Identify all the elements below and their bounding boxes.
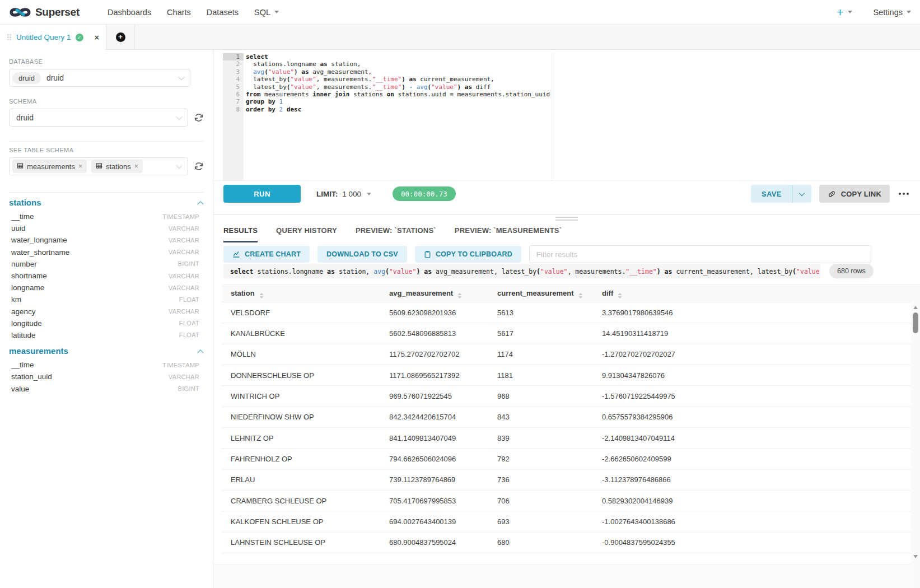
table-name-link[interactable]: stations: [9, 198, 41, 207]
table-row: NIEDERFINOW SHW OP842.34244206157048430.…: [222, 407, 920, 427]
tab-query-history[interactable]: QUERY HISTORY: [276, 220, 337, 242]
column-type: VARCHAR: [169, 249, 199, 255]
column-row: valueBIGINT: [0, 382, 213, 394]
column-row: water_longnameVARCHAR: [0, 234, 213, 246]
sql-lab-sidebar: DATABASE druid druid SCHEMA druid: [0, 50, 213, 588]
table-row: WINTRICH OP969.576071922545968-1.5760719…: [222, 386, 920, 407]
download-to-csv-button[interactable]: DOWNLOAD TO CSV: [317, 246, 407, 263]
remove-tag-icon[interactable]: ×: [78, 162, 82, 170]
table-cell: 1181: [488, 365, 593, 386]
table-tag-measurements[interactable]: measurements×: [12, 160, 87, 173]
save-button[interactable]: SAVE: [751, 185, 793, 203]
action-button-label: DOWNLOAD TO CSV: [326, 250, 398, 258]
table-tag-stations[interactable]: stations×: [91, 160, 143, 173]
column-row: longnameVARCHAR: [0, 282, 213, 293]
column-name: longname: [11, 283, 44, 292]
column-header-station[interactable]: station: [222, 285, 380, 302]
column-header-avg_measurement[interactable]: avg_measurement: [380, 285, 488, 302]
create-chart-button[interactable]: CREATE CHART: [223, 246, 310, 263]
table-cell: 5617: [488, 323, 593, 344]
sort-icon[interactable]: [578, 293, 583, 298]
sort-icon[interactable]: [457, 293, 462, 298]
code-line: from measurements inner join stations on…: [246, 91, 920, 98]
new-item-button[interactable]: +: [837, 6, 852, 18]
tab-preview-measurements-[interactable]: PREVIEW: `MEASUREMENTS`: [455, 220, 562, 242]
table-cell: 794.6626506024096: [380, 449, 488, 469]
table-schema-select[interactable]: measurements×stations×: [9, 157, 188, 175]
copy-link-button[interactable]: COPY LINK: [819, 185, 890, 203]
table-cell: 706: [488, 491, 593, 511]
table-cell: 5613: [488, 302, 593, 323]
table-cell: KALKOFEN SCHLEUSE OP: [222, 511, 380, 532]
table-cell: -2.662650602409599: [593, 449, 920, 469]
nav-menu: DashboardsChartsDatasetsSQL: [108, 8, 279, 17]
tab-results[interactable]: RESULTS: [223, 220, 258, 242]
new-query-tab[interactable]: +: [106, 25, 135, 49]
refresh-tables-icon[interactable]: [194, 161, 204, 171]
scrollbar-thumb[interactable]: [913, 312, 918, 333]
column-type: BIGINT: [178, 385, 199, 392]
results-scrollbar[interactable]: [911, 302, 920, 588]
table-cell: 739.1123789764869: [380, 469, 488, 490]
column-header-current_measurement[interactable]: current_measurement: [488, 285, 593, 302]
table-cell: 680.9004837595024: [380, 532, 488, 553]
save-dropdown-button[interactable]: [793, 185, 811, 203]
tab-untitled-query[interactable]: Untitled Query 1 ✓ ×: [0, 25, 106, 50]
line-number: 2: [223, 60, 244, 68]
save-split-button: SAVE: [751, 185, 811, 203]
column-header-diff[interactable]: diff: [593, 285, 920, 302]
editor-code[interactable]: select stations.longname as station, avg…: [246, 53, 920, 180]
table-icon: [96, 162, 102, 171]
editor-toolbar: RUN LIMIT: 1 000 00:00:00.73 SAVE: [213, 180, 920, 215]
filter-results-input[interactable]: [529, 245, 871, 263]
copy-to-clipboard-button[interactable]: COPY TO CLIPBOARD: [415, 246, 521, 263]
run-button[interactable]: RUN: [223, 185, 301, 203]
column-row: station_uuidVARCHAR: [0, 371, 213, 382]
nav-item-label: SQL: [254, 8, 270, 17]
chevron-up-icon[interactable]: [197, 349, 203, 356]
nav-item-datasets[interactable]: Datasets: [207, 8, 239, 17]
sql-editor-panel: 12345678 select stations.longname as sta…: [213, 50, 920, 588]
code-line: stations.longname as station,: [246, 60, 920, 68]
results-table-head: stationavg_measurementcurrent_measuremen…: [222, 285, 920, 302]
chevron-down-icon: [367, 193, 371, 198]
column-type: FLOAT: [179, 332, 199, 338]
column-row: longitudeFLOAT: [0, 318, 213, 329]
more-options-button[interactable]: [898, 185, 910, 203]
nav-item-dashboards[interactable]: Dashboards: [108, 8, 151, 17]
limit-dropdown[interactable]: LIMIT: 1 000: [316, 185, 371, 203]
nav-item-charts[interactable]: Charts: [167, 8, 191, 17]
see-table-schema-label: SEE TABLE SCHEMA: [9, 147, 204, 153]
remove-tag-icon[interactable]: ×: [134, 162, 138, 170]
table-cell: -0.9004837595024355: [593, 532, 920, 553]
chevron-up-icon[interactable]: [197, 201, 203, 207]
database-label: DATABASE: [9, 58, 204, 65]
sort-icon[interactable]: [259, 293, 264, 298]
scroll-up-arrow-icon[interactable]: [913, 306, 918, 309]
column-row: __timeTIMESTAMP: [0, 211, 213, 222]
database-engine-tag: druid: [12, 72, 41, 84]
table-name-link[interactable]: measurements: [9, 346, 68, 356]
results-pane-footer: [213, 564, 911, 588]
column-name: water_longname: [11, 236, 67, 244]
sql-code-editor[interactable]: 12345678 select stations.longname as sta…: [213, 53, 920, 180]
superset-logo[interactable]: Superset: [9, 5, 80, 20]
table-cell: -1.5760719225449975: [593, 386, 920, 407]
table-cell: LAHNSTEIN SCHLEUSE OP: [222, 532, 380, 553]
schema-select[interactable]: druid: [9, 109, 188, 127]
database-value: druid: [46, 73, 64, 82]
table-cell: -1.0027643400138686: [593, 511, 920, 532]
settings-label: Settings: [874, 8, 903, 17]
nav-item-label: Charts: [167, 8, 191, 17]
column-row: kmFLOAT: [0, 293, 213, 305]
scroll-down-arrow-icon[interactable]: [913, 555, 918, 558]
nav-item-sql[interactable]: SQL: [254, 8, 279, 17]
sort-icon[interactable]: [618, 293, 622, 298]
settings-menu[interactable]: Settings: [874, 8, 911, 17]
tab-preview-stations-[interactable]: PREVIEW: `STATIONS`: [356, 220, 436, 242]
close-tab-icon[interactable]: ×: [95, 33, 99, 42]
refresh-schema-icon[interactable]: [194, 113, 204, 123]
database-select[interactable]: druid druid: [9, 69, 190, 87]
drag-handle-icon[interactable]: [7, 34, 12, 41]
chart-icon: [232, 250, 240, 258]
